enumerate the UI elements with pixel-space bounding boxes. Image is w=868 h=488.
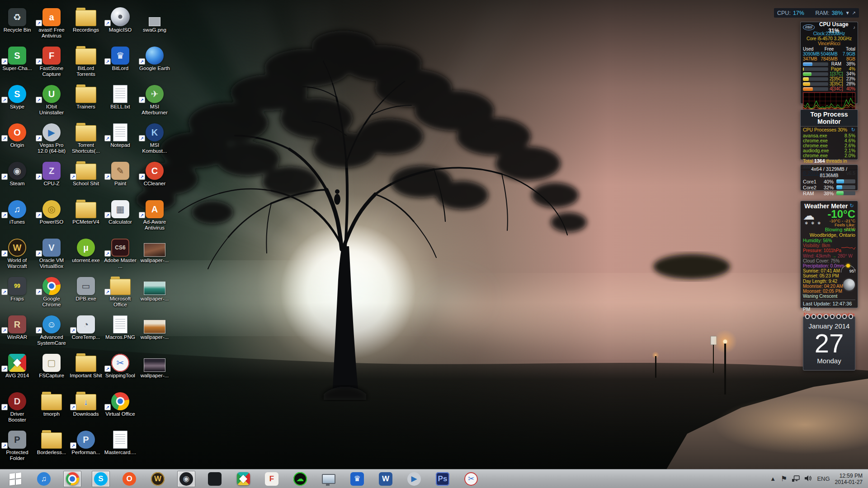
taskbar-icon-green-circle-app[interactable]: ☁ bbox=[291, 471, 309, 487]
taskbar-icon-avg[interactable] bbox=[234, 471, 252, 487]
taskbar-icon-itunes[interactable]: ♫ bbox=[35, 471, 53, 487]
desktop-icon-label: BELL.txt bbox=[104, 104, 137, 110]
desktop-icon-folder-tmorph[interactable]: tmorph bbox=[35, 389, 68, 417]
desktop-icon-folder-trainers[interactable]: Trainers bbox=[70, 81, 102, 110]
desktop-icon-advanced-systemcare[interactable]: ☺↗Advanced SystemCare 7 bbox=[35, 312, 68, 347]
shortcut-arrow-icon: ↗ bbox=[139, 212, 145, 218]
chevron-down-icon[interactable]: ▼ bbox=[845, 10, 850, 15]
desktop-icon-folder-pcmeter[interactable]: PCMeterV4 bbox=[70, 197, 102, 225]
desktop-icon-ad-aware-antivirus[interactable]: A↗Ad-Aware Antivirus bbox=[138, 197, 171, 231]
tray-expand-icon[interactable]: ▲ bbox=[770, 476, 776, 482]
desktop-icon-wallpaper-image[interactable]: wallpaper-... bbox=[138, 273, 171, 302]
desktop-icon-adobe-cs6[interactable]: CS6↗Adobe Master ... bbox=[104, 235, 137, 269]
desktop-icon-fraps[interactable]: 99↗Fraps bbox=[1, 273, 33, 302]
desktop-icon-poweriso[interactable]: ◎↗PowerISO bbox=[35, 197, 68, 225]
desktop-icon-ccleaner[interactable]: C↗CCleaner bbox=[138, 158, 171, 187]
desktop-icon-skype[interactable]: S↗Skype bbox=[1, 81, 33, 110]
network-icon[interactable] bbox=[792, 475, 800, 483]
taskbar-icon-vegas-pro[interactable]: ▶ bbox=[405, 471, 423, 487]
desktop-icon-msi-afterburner[interactable]: ✈↗MSI Afterburner bbox=[138, 81, 171, 116]
weather-meter-widget: Weather Meter ↻ ☁ ❄ ❄ ❄ -10°C -10°C - -2… bbox=[800, 201, 858, 308]
desktop-icon-folder-downloads[interactable]: ↓↗Downloads bbox=[70, 389, 102, 417]
desktop-icon-iobit-uninstaller[interactable]: U↗IObit Uninstaller bbox=[35, 81, 68, 116]
taskbar-icon-system-monitor[interactable] bbox=[320, 471, 338, 487]
desktop-icon-folder-borderless[interactable]: Borderless... bbox=[35, 427, 68, 455]
desktop-icon-origin[interactable]: O↗Origin bbox=[1, 120, 33, 148]
refresh-icon[interactable]: ↻ bbox=[851, 127, 855, 133]
desktop-icon-snipping-tool[interactable]: ✂↗SnippingTool bbox=[104, 350, 137, 379]
desktop-icon-vegas-pro[interactable]: ▶↗Vegas Pro 12.0 (64-bit) bbox=[35, 120, 68, 154]
desktop-icon-google-earth[interactable]: ↗Google Earth bbox=[138, 43, 171, 71]
desktop-icon-avg-2014[interactable]: ↗AVG 2014 bbox=[1, 350, 33, 379]
volume-icon[interactable] bbox=[805, 475, 812, 482]
desktop-icon-label: Virtual Office bbox=[104, 411, 137, 417]
shortcut-arrow-icon: ↗ bbox=[1, 97, 8, 103]
taskbar-icon-origin[interactable]: O bbox=[120, 471, 138, 487]
taskbar-icon-photoshop[interactable]: Ps bbox=[434, 471, 452, 487]
desktop-icon-google-chrome[interactable]: ↗Google Chrome bbox=[35, 273, 68, 308]
ram-strip-label: RAM: bbox=[815, 10, 829, 16]
desktop-icon-utorrent[interactable]: µutorrent.exe bbox=[70, 235, 102, 263]
desktop-icon-folder-bitlord-torrents[interactable]: BitLord Torrents bbox=[70, 43, 102, 77]
fscapture-icon: ▢ bbox=[35, 350, 68, 372]
language-indicator[interactable]: ENG bbox=[817, 475, 830, 482]
desktop-icon-virtualbox[interactable]: V↗Oracle VM VirtualBox bbox=[35, 235, 68, 269]
music-note-icon[interactable]: ♪ bbox=[853, 25, 855, 30]
desktop-icon-wallpaper-image[interactable]: wallpaper-... bbox=[138, 350, 171, 379]
expand-icon[interactable]: ↗ bbox=[852, 10, 856, 15]
taskbar-icon-fscapture[interactable]: F bbox=[263, 471, 281, 487]
desktop-icon-bitlord[interactable]: ♛↗BitLord bbox=[104, 43, 137, 71]
desktop-icon-folder-important-shit[interactable]: Important Shit bbox=[70, 350, 102, 379]
desktop-icon-wallpaper-image[interactable]: wallpaper-... bbox=[138, 235, 171, 263]
desktop-icon-coretemp[interactable]: ◔↗CoreTemp... bbox=[70, 312, 102, 340]
windows-logo-icon bbox=[9, 472, 21, 485]
desktop-icon-macros-png[interactable]: Macros.PNG bbox=[104, 312, 137, 340]
desktop-icon-paint[interactable]: ✎↗Paint bbox=[104, 158, 137, 187]
desktop-icon-text-file[interactable]: BELL.txt bbox=[104, 81, 137, 110]
desktop-icon-super-cha[interactable]: S↗Super-Cha... bbox=[1, 43, 33, 71]
protected-folder-icon: P↗ bbox=[1, 427, 33, 449]
desktop-icon-cpu-z[interactable]: Z↗CPU-Z bbox=[35, 158, 68, 187]
desktop-icon-notepad[interactable]: ↗Notepad bbox=[104, 120, 137, 148]
desktop-icon-folder-recordings[interactable]: Recordings bbox=[70, 5, 102, 33]
desktop-icon-label: Calculator bbox=[104, 219, 137, 225]
desktop-icon-mastercard-doc[interactable]: Mastercard.... bbox=[104, 427, 137, 455]
desktop-icon-calculator[interactable]: ▦↗Calculator bbox=[104, 197, 137, 225]
desktop-icon-performance[interactable]: P↗Performan... bbox=[70, 427, 102, 455]
download-arrow-icon: ↓ bbox=[84, 398, 88, 407]
taskbar-icon-snipping-tool[interactable]: ✂ bbox=[462, 471, 480, 487]
desktop-icon-folder-ms-office[interactable]: ↗Microsoft Office bbox=[104, 273, 137, 308]
desktop-icon-wallpaper-image[interactable]: wallpaper-... bbox=[138, 312, 171, 340]
desktop-icon-folder-school-shit[interactable]: ↗School Shit bbox=[70, 158, 102, 187]
desktop-icon-faststone-capture[interactable]: F↗FastStone Capture bbox=[35, 43, 68, 77]
taskbar-icon-chrome[interactable] bbox=[63, 471, 81, 487]
desktop-icon-msi-kombustor[interactable]: K↗MSI Kombust... bbox=[138, 120, 171, 154]
taskbar-icon-word[interactable]: W bbox=[377, 471, 395, 487]
desktop-icon-winrar[interactable]: R↗WinRAR bbox=[1, 312, 33, 340]
desktop-icon-dpb-exe[interactable]: ▭DPB.exe bbox=[70, 273, 102, 302]
desktop-icon-steam[interactable]: ◉↗Steam bbox=[1, 158, 33, 187]
taskbar-icon-battlefield[interactable] bbox=[206, 471, 224, 487]
desktop-icon-driver-booster[interactable]: D↗Driver Booster bbox=[1, 389, 33, 423]
desktop-icon-recycle-bin[interactable]: ♻Recycle Bin bbox=[1, 5, 33, 33]
clock[interactable]: 12:59 PM 2014-01-27 bbox=[835, 473, 863, 485]
desktop-icon-avast-antivirus[interactable]: a↗avast! Free Antivirus bbox=[35, 5, 68, 39]
desktop-icon-world-of-warcraft[interactable]: W↗World of Warcraft bbox=[1, 235, 33, 269]
taskbar-icon-skype[interactable]: S bbox=[92, 471, 110, 487]
desktop-icon-itunes[interactable]: ♫↗iTunes bbox=[1, 197, 33, 225]
desktop-icon-image-file[interactable]: swaG.png bbox=[138, 5, 171, 33]
taskbar-icon-steam[interactable]: ◉ bbox=[177, 471, 195, 487]
taskbar-icon-bitlord[interactable]: ♛ bbox=[348, 471, 366, 487]
desktop-icon-label: MSI Afterburner bbox=[138, 104, 171, 116]
text-file-icon bbox=[104, 81, 137, 103]
weather-row: Sunset: 05:23 PM bbox=[803, 273, 855, 278]
desktop-icon-protected-folder[interactable]: P↗Protected Folder bbox=[1, 427, 33, 461]
taskbar-icon-start[interactable] bbox=[6, 471, 24, 487]
desktop-icon-fscapture[interactable]: ▢FSCapture bbox=[35, 350, 68, 379]
desktop-icon-virtual-office[interactable]: ↗Virtual Office bbox=[104, 389, 137, 417]
desktop-icon-folder-torrent-shortcuts[interactable]: Torrent Shortcuts(... bbox=[70, 120, 102, 154]
desktop-icon-magiciso[interactable]: ↗MagicISO bbox=[104, 5, 137, 33]
action-center-flag-icon[interactable]: ⚑ bbox=[781, 476, 787, 482]
mem-col-header: Free bbox=[821, 47, 838, 52]
taskbar-icon-world-of-warcraft[interactable]: W bbox=[149, 471, 167, 487]
